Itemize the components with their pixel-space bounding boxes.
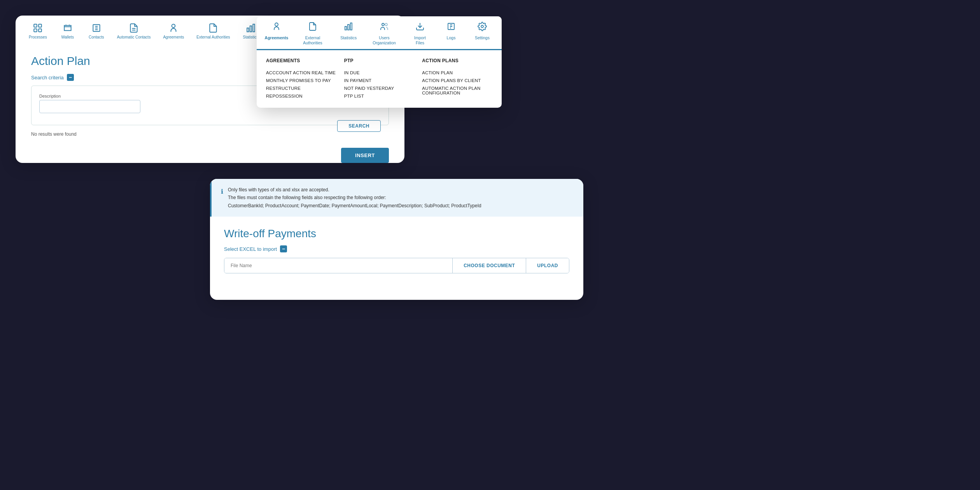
- svg-point-13: [275, 23, 278, 26]
- svg-rect-2: [34, 29, 37, 32]
- automatic-contacts-label: Automatic Contacts: [117, 35, 151, 40]
- collapse-icon[interactable]: −: [67, 74, 74, 81]
- choose-document-button[interactable]: CHOOSE DOCUMENT: [452, 258, 526, 273]
- dropdown-external-icon: [308, 22, 317, 33]
- agreements-icon: [168, 23, 179, 33]
- agreements-col-title: AGREEMENTS: [266, 58, 336, 63]
- dropdown-external-label: External Authorities: [299, 35, 326, 45]
- svg-rect-9: [253, 24, 254, 32]
- svg-point-17: [382, 23, 384, 26]
- dropdown-nav-users-org[interactable]: Users Organization: [364, 16, 404, 49]
- agreements-item-1[interactable]: MONTHLY PROMISES TO PAY: [266, 77, 336, 84]
- action-plans-item-0[interactable]: ACTION PLAN: [422, 69, 492, 77]
- action-plans-col-title: ACTION PLANS: [422, 58, 492, 63]
- nav-item-external-authorities[interactable]: External Authorities: [191, 19, 235, 43]
- dropdown-col-action-plans: ACTION PLANS ACTION PLAN ACTION PLANS BY…: [422, 58, 492, 100]
- svg-point-20: [481, 25, 483, 28]
- statistics-icon: [245, 23, 256, 33]
- contacts-label: Contacts: [89, 35, 104, 40]
- writeoff-card: ℹ Only files with types of xls and xlsx …: [210, 179, 583, 300]
- select-excel-label: Select EXCEL to import −: [224, 245, 569, 252]
- dropdown-logs-label: Logs: [447, 35, 456, 40]
- nav-item-wallets[interactable]: Wallets: [54, 19, 81, 43]
- dropdown-users-icon: [380, 22, 389, 33]
- ptp-item-3[interactable]: PTP LIST: [344, 92, 415, 100]
- external-authorities-label: External Authorities: [196, 35, 230, 40]
- nav-item-agreements[interactable]: Agreements: [158, 19, 189, 43]
- dropdown-nav-import[interactable]: Import Files: [404, 16, 436, 49]
- insert-button[interactable]: INSERT: [341, 148, 389, 163]
- dropdown-logs-icon: [446, 22, 456, 33]
- dropdown-agreements-icon: [272, 22, 281, 33]
- agreements-item-0[interactable]: ACCCOUNT ACTION REAL TIME: [266, 69, 336, 77]
- nav-item-processes[interactable]: Processes: [23, 19, 52, 43]
- action-plans-item-2[interactable]: AUTOMATIC ACTION PLAN CONFIGURATION: [422, 84, 492, 97]
- dropdown-settings-icon: [478, 22, 487, 33]
- svg-rect-0: [34, 24, 37, 27]
- description-input[interactable]: [39, 100, 140, 113]
- info-icon: ℹ: [221, 186, 223, 210]
- wallets-label: Wallets: [61, 35, 74, 40]
- processes-label: Processes: [29, 35, 47, 40]
- dropdown-content: AGREEMENTS ACCCOUNT ACTION REAL TIME MON…: [257, 50, 502, 108]
- agreements-item-3[interactable]: REPOSSESSION: [266, 92, 336, 100]
- info-banner-text: Only files with types of xls and xlsx ar…: [228, 186, 481, 210]
- dropdown-menu: Agreements External Authorities Statisti…: [257, 16, 502, 108]
- dropdown-nav: Agreements External Authorities Statisti…: [257, 16, 502, 50]
- svg-rect-1: [39, 24, 42, 27]
- svg-point-6: [172, 24, 175, 28]
- dropdown-agreements-label: Agreements: [265, 35, 289, 40]
- dropdown-col-agreements: AGREEMENTS ACCCOUNT ACTION REAL TIME MON…: [266, 58, 344, 100]
- collapse-excel-icon[interactable]: −: [280, 245, 287, 252]
- svg-rect-16: [350, 23, 352, 30]
- file-name-input[interactable]: [224, 258, 452, 273]
- svg-point-18: [385, 23, 387, 26]
- nav-item-automatic-contacts[interactable]: Automatic Contacts: [112, 19, 156, 43]
- dropdown-nav-statistics[interactable]: Statistics: [333, 16, 364, 49]
- ptp-item-2[interactable]: NOT PAID YESTERDAY: [344, 84, 415, 92]
- svg-rect-7: [247, 28, 248, 32]
- contacts-icon: [91, 23, 102, 33]
- search-button[interactable]: SEARCH: [337, 120, 381, 132]
- dropdown-col-ptp: PTP IN DUE IN PAYMENT NOT PAID YESTERDAY…: [344, 58, 422, 100]
- dropdown-nav-agreements[interactable]: Agreements: [261, 16, 292, 50]
- dropdown-import-label: Import Files: [411, 35, 429, 45]
- dropdown-import-icon: [415, 22, 425, 33]
- svg-rect-14: [345, 26, 346, 30]
- action-plans-item-1[interactable]: ACTION PLANS BY CLIENT: [422, 77, 492, 84]
- svg-rect-15: [348, 24, 349, 30]
- automatic-contacts-icon: [128, 23, 139, 33]
- ptp-item-0[interactable]: IN DUE: [344, 69, 415, 77]
- agreements-item-2[interactable]: RESTRUCTURE: [266, 84, 336, 92]
- dropdown-nav-settings[interactable]: Settings: [467, 16, 498, 49]
- statistics-label: Statistics: [243, 35, 258, 40]
- dropdown-statistics-label: Statistics: [340, 35, 357, 40]
- writeoff-title: Write-off Payments: [224, 228, 569, 240]
- no-results-text: No results were found: [31, 131, 389, 137]
- external-authorities-icon: [208, 23, 219, 33]
- dropdown-users-org-label: Users Organization: [371, 35, 397, 45]
- file-input-row: CHOOSE DOCUMENT UPLOAD: [224, 258, 569, 273]
- dropdown-nav-logs[interactable]: Logs: [436, 16, 467, 49]
- upload-button[interactable]: UPLOAD: [526, 258, 569, 273]
- ptp-col-title: PTP: [344, 58, 415, 63]
- wallets-icon: [62, 23, 73, 33]
- svg-rect-8: [250, 26, 251, 32]
- info-banner: ℹ Only files with types of xls and xlsx …: [210, 179, 583, 217]
- ptp-item-1[interactable]: IN PAYMENT: [344, 77, 415, 84]
- svg-rect-3: [39, 29, 42, 32]
- dropdown-stats-icon: [344, 22, 353, 33]
- agreements-label: Agreements: [163, 35, 184, 40]
- writeoff-body: Write-off Payments Select EXCEL to impor…: [210, 217, 583, 284]
- processes-icon: [32, 23, 43, 33]
- nav-item-contacts[interactable]: Contacts: [83, 19, 110, 43]
- dropdown-nav-external-authorities[interactable]: External Authorities: [292, 16, 333, 49]
- dropdown-settings-label: Settings: [475, 35, 490, 40]
